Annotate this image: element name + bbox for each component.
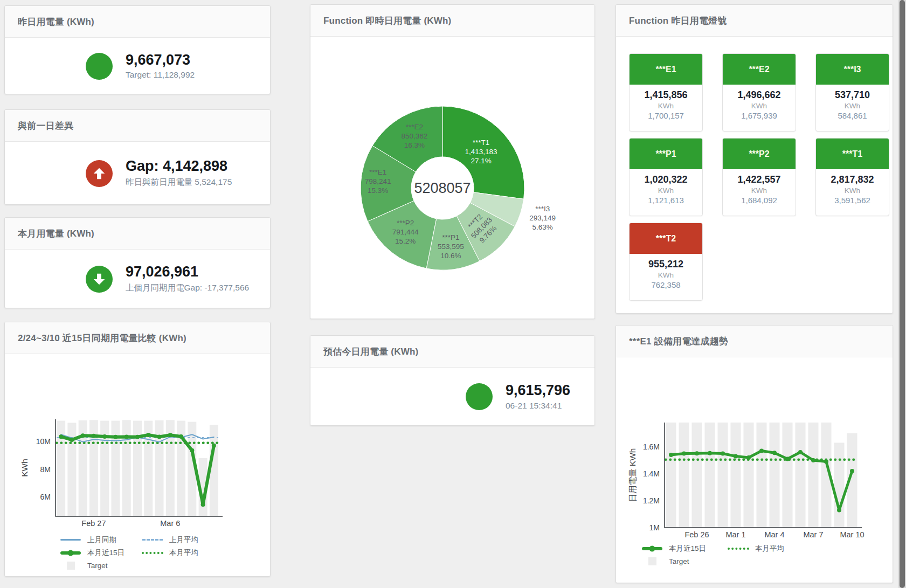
chart-legend: 本月近15日本月平均Target — [640, 544, 813, 566]
panel-header: 本月用電量 (KWh) — [5, 218, 270, 250]
tile-status-header: ***P2 — [723, 139, 796, 169]
donut-chart: ***T11,413,18327.1%***I3293,1495.63%***T… — [310, 36, 594, 317]
panel-month: 本月用電量 (KWh) 97,026,961 上個月同期用電Gap: -17,3… — [4, 217, 271, 308]
tile-unit: KWh — [630, 102, 702, 110]
svg-text:Mar 7: Mar 7 — [803, 530, 823, 539]
stat-value: 97,026,961 — [126, 264, 249, 280]
panel-diff: 與前一日差異 Gap: 4,142,898 昨日與前日用電量 5,524,175 — [4, 109, 271, 205]
svg-text:Mar 10: Mar 10 — [840, 530, 864, 539]
tile-target: 584,861 — [816, 111, 889, 120]
scrollbar-track — [898, 0, 906, 588]
compare-chart: 6M8M10MFeb 27Mar 6KWh — [5, 354, 270, 537]
stat-value: 9,667,073 — [126, 52, 195, 68]
svg-text:8M: 8M — [40, 465, 51, 474]
arrow-down-icon — [86, 266, 113, 293]
panel-title: 預估今日用電量 (KWh) — [323, 345, 418, 358]
svg-text:日用電量 KWh: 日用電量 KWh — [628, 448, 637, 502]
stat-body: 97,026,961 上個月同期用電Gap: -17,377,566 — [5, 250, 270, 308]
chart-legend: 上月同期上月平均本月近15日本月平均Target — [59, 535, 226, 570]
trend-chart: 1M1.2M1.4M1.6MFeb 26Mar 1Mar 4Mar 7Mar 1… — [616, 357, 893, 545]
tile-unit: KWh — [630, 271, 702, 279]
panel-estimate: 預估今日用電量 (KWh) 9,615,796 06-21 15:34:41 — [310, 335, 595, 426]
tiles-grid: ***E11,415,856KWh1,700,157***E21,496,662… — [616, 37, 893, 301]
tile-status-header: ***T2 — [630, 223, 702, 254]
stat-value: 9,615,796 — [506, 383, 570, 399]
legend-item: 上月同期 — [59, 535, 141, 544]
legend-item: 本月平均 — [141, 548, 226, 557]
tile-value: 537,710 — [816, 89, 889, 101]
svg-text:KWh: KWh — [20, 459, 29, 477]
svg-text:Mar 1: Mar 1 — [725, 530, 745, 539]
function-tile: ***T12,817,832KWh3,591,562 — [815, 138, 889, 216]
svg-text:6M: 6M — [40, 493, 51, 501]
svg-text:***I3293,1495.63%: ***I3293,1495.63% — [529, 205, 556, 231]
stat-subtext: 06-21 15:34:41 — [506, 401, 570, 411]
tile-status-header: ***I3 — [816, 54, 889, 85]
tile-target: 1,684,092 — [723, 196, 796, 205]
legend-label: 本月近15日 — [87, 548, 125, 558]
tile-value: 1,422,557 — [723, 174, 796, 185]
panel-header: 昨日用電量 (KWh) — [5, 6, 270, 38]
legend-swatch-dash — [141, 539, 164, 541]
stat-subtext: 昨日與前日用電量 5,524,175 — [126, 177, 232, 188]
tile-unit: KWh — [816, 102, 889, 110]
legend-item: 本月近15日 — [640, 544, 727, 553]
legend-swatch-dots — [141, 552, 164, 554]
tile-unit: KWh — [723, 102, 796, 110]
legend-swatch-square — [640, 557, 664, 565]
svg-text:1M: 1M — [649, 523, 660, 532]
legend-swatch-thick — [640, 547, 664, 550]
svg-text:10M: 10M — [36, 437, 51, 446]
function-tile: ***I3537,710KWh584,861 — [815, 53, 889, 132]
tile-unit: KWh — [816, 186, 889, 195]
tile-status-header: ***E1 — [630, 54, 702, 85]
svg-text:Mar 6: Mar 6 — [160, 519, 180, 528]
panel-header: 與前一日差異 — [5, 110, 270, 142]
tile-value: 1,020,322 — [630, 174, 702, 185]
tile-target: 1,675,939 — [723, 111, 796, 120]
panel-lights: Function 昨日用電燈號 ***E11,415,856KWh1,700,1… — [615, 4, 893, 314]
svg-text:Mar 4: Mar 4 — [764, 530, 784, 539]
panel-compare-chart: 2/24~3/10 近15日同期用電量比較 (KWh) 6M8M10MFeb 2… — [4, 322, 271, 577]
stat-body: 9,667,073 Target: 11,128,992 — [5, 38, 270, 94]
tile-status-header: ***E2 — [723, 54, 796, 85]
status-circle-icon — [466, 383, 493, 410]
tile-target: 3,591,562 — [816, 196, 889, 205]
panel-header: ***E1 設備用電達成趨勢 — [616, 326, 893, 357]
svg-text:5208057: 5208057 — [414, 180, 471, 196]
legend-label: 本月近15日 — [669, 544, 706, 554]
panel-title: Function 即時日用電量 (KWh) — [323, 15, 451, 27]
tile-target: 1,121,613 — [630, 196, 702, 205]
tile-target: 1,700,157 — [630, 111, 702, 120]
panel-header: Function 即時日用電量 (KWh) — [310, 5, 594, 37]
tile-unit: KWh — [723, 186, 796, 195]
svg-text:Feb 27: Feb 27 — [81, 519, 106, 528]
legend-swatch-thick — [59, 551, 82, 555]
legend-item: 上月平均 — [141, 535, 226, 544]
stat-value: Gap: 4,142,898 — [126, 158, 232, 175]
legend-swatch-square — [59, 562, 82, 570]
panel-title: 本月用電量 (KWh) — [18, 227, 94, 240]
tile-status-header: ***P1 — [630, 139, 702, 169]
legend-label: 上月平均 — [169, 535, 198, 545]
svg-text:Feb 26: Feb 26 — [684, 530, 709, 539]
tile-value: 1,496,662 — [723, 89, 796, 101]
panel-title: 2/24~3/10 近15日同期用電量比較 (KWh) — [18, 332, 186, 344]
panel-header: Function 昨日用電燈號 — [616, 5, 893, 37]
function-tile: ***P21,422,557KWh1,684,092 — [722, 138, 796, 216]
svg-text:1.4M: 1.4M — [643, 469, 660, 478]
legend-label: 本月平均 — [169, 548, 198, 558]
legend-label: 本月平均 — [755, 544, 784, 554]
tile-unit: KWh — [630, 186, 702, 195]
svg-text:1.6M: 1.6M — [643, 442, 660, 451]
svg-text:1.2M: 1.2M — [643, 496, 660, 505]
legend-item: Target — [59, 561, 141, 570]
scrollbar-thumb[interactable] — [900, 0, 905, 588]
legend-item: 本月平均 — [727, 544, 813, 553]
stat-body: Gap: 4,142,898 昨日與前日用電量 5,524,175 — [5, 142, 270, 205]
legend-item: 本月近15日 — [59, 548, 141, 557]
stat-subtext: 上個月同期用電Gap: -17,377,566 — [126, 282, 249, 294]
arrow-up-icon — [86, 160, 113, 187]
tile-target: 762,358 — [630, 280, 702, 289]
stat-body: 9,615,796 06-21 15:34:41 — [310, 368, 594, 426]
